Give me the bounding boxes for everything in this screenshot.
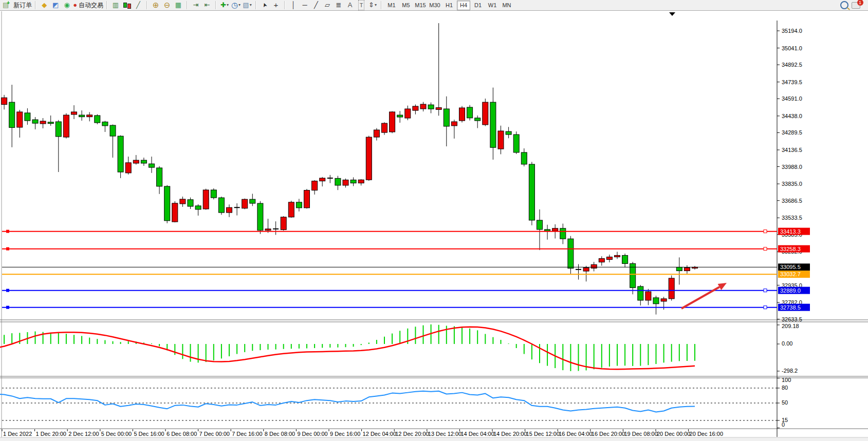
time-tick-label: 14 Dec 04:00 [460, 431, 494, 437]
hline-handle[interactable] [6, 230, 9, 233]
time-tick-label: 2 Dec 12:00 [68, 431, 99, 437]
hline-handle[interactable] [6, 247, 9, 251]
candle-body [320, 178, 325, 181]
time-tick-label: 7 Dec 16:00 [232, 431, 262, 437]
candle-body [32, 120, 38, 123]
candle-body [63, 115, 69, 137]
candle-body [79, 115, 85, 117]
candle [211, 188, 216, 199]
mt4-window: ▤ + 新订单 ◆ ◩ ◉ ● 自动交易 ▥ ╱ ⊕ ⊖ ▦ ⇥ ⇤ ✚▾ ◷▾… [0, 0, 868, 441]
candle-body [195, 206, 201, 209]
candle-body [506, 131, 511, 135]
price-tick-label: 32633.5 [782, 316, 802, 322]
candle [390, 111, 395, 133]
time-tick-label: 12 Dec 04:00 [363, 431, 396, 437]
candle [304, 189, 310, 208]
candle [218, 197, 224, 215]
candle-body [529, 164, 534, 220]
candle-body [420, 104, 426, 109]
rsi-axis-label: 0 [782, 421, 785, 428]
price-badge-label: 33413.3 [780, 228, 801, 235]
candle-body [599, 259, 604, 262]
candle-body [405, 109, 411, 118]
candle-body [95, 116, 100, 123]
time-tick-label: 15 Dec 12:00 [526, 431, 560, 437]
hline-handle[interactable] [764, 230, 767, 233]
candle [459, 106, 465, 123]
candle-body [653, 298, 659, 304]
candle [568, 236, 574, 274]
candle [242, 199, 248, 209]
candle-body [397, 115, 403, 117]
candle-body [428, 105, 434, 109]
candle-body [645, 292, 651, 300]
candle [513, 131, 519, 154]
candle-body [413, 106, 418, 110]
time-tick-label: 6 Dec 08:00 [167, 431, 197, 437]
time-tick-label: 9 Dec 00:00 [297, 431, 327, 437]
candle-body [622, 255, 628, 263]
footer-strip [0, 437, 868, 441]
chart-background [0, 11, 868, 437]
candle [281, 216, 286, 231]
price-tick-label: 34892.5 [782, 62, 802, 68]
hline-handle[interactable] [764, 247, 767, 251]
hline-handle[interactable] [6, 306, 9, 309]
price-tick-label: 34739.5 [782, 79, 802, 85]
time-tick-label: 1 Dec 2022 [3, 431, 32, 437]
hline-handle[interactable] [6, 289, 9, 292]
price-badge-label: 33032.7 [780, 271, 801, 277]
candle-body [296, 202, 302, 208]
hline-handle[interactable] [764, 306, 767, 309]
candle-body [467, 107, 473, 118]
candle-body [188, 200, 193, 206]
candle-body [125, 163, 131, 173]
rsi-axis-label: 80 [782, 385, 788, 391]
macd-axis-label: -298.2 [782, 368, 798, 374]
time-tick-label: 20 Dec 00:00 [657, 431, 690, 437]
candle-body [343, 180, 348, 185]
candle-body [9, 102, 15, 127]
rsi-axis-label: 50 [782, 399, 788, 406]
candle-body [350, 180, 356, 183]
candle-body [265, 229, 271, 231]
candle-body [638, 286, 643, 300]
macd-axis-label: 0.00 [782, 340, 792, 347]
candle-body [257, 203, 263, 231]
candle-body [56, 122, 61, 137]
candle-body [149, 164, 155, 167]
time-tick-label: 14 Dec 20:00 [493, 431, 527, 437]
time-tick-label: 20 Dec 16:00 [690, 431, 723, 437]
candle [172, 201, 178, 222]
price-tick-label: 34136.5 [782, 147, 802, 153]
macd-axis-label: 209.18 [782, 323, 799, 329]
price-tick-label: 33686.5 [782, 198, 802, 204]
candle-body [591, 264, 597, 268]
candle-body [606, 257, 612, 259]
candle-body [615, 255, 620, 257]
candle [164, 185, 170, 223]
candle-body [436, 108, 441, 110]
price-tick-label: 35194.0 [782, 28, 802, 34]
candle-body [141, 160, 146, 163]
time-tick-label: 5 Dec 00:00 [101, 431, 132, 437]
candle-body [661, 299, 667, 301]
candle-body [180, 199, 186, 204]
chart-canvas[interactable]: 35194.035041.034892.534739.534591.034438… [0, 0, 868, 441]
candle-body [2, 98, 7, 104]
hline-handle[interactable] [764, 289, 767, 292]
price-tick-label: 33533.5 [782, 215, 802, 221]
candle-body [48, 122, 53, 124]
candle [288, 201, 294, 218]
candle-body [366, 137, 372, 180]
candle-body [71, 112, 77, 114]
candle [257, 201, 263, 234]
candle-body [490, 102, 496, 147]
price-badge-label: 33095.5 [780, 264, 801, 270]
candle-body [40, 121, 46, 124]
candle-body [451, 122, 457, 126]
candle [529, 162, 534, 225]
candle-body [513, 135, 519, 152]
candle-body [227, 207, 232, 213]
price-tick-label: 34289.5 [782, 129, 802, 136]
